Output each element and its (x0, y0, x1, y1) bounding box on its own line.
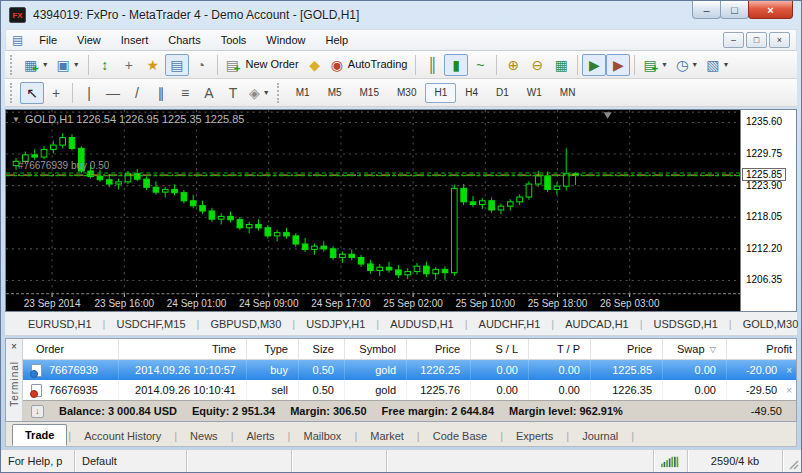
terminal-button[interactable]: ▤ (165, 54, 189, 76)
vertical-line-button[interactable]: | (77, 82, 101, 104)
timeframe-m30-button[interactable]: M30 (388, 83, 425, 103)
chart-tab-eurusd-h1[interactable]: EURUSD,H1 (19, 316, 101, 332)
menu-file[interactable]: File (29, 31, 67, 49)
timeframe-h1-button[interactable]: H1 (425, 83, 456, 103)
chart-menu-triangle-icon[interactable]: ▼ (12, 115, 20, 124)
col-swap[interactable]: Swap▽ (663, 339, 727, 359)
terminal-tab-journal[interactable]: Journal (570, 426, 630, 446)
terminal-tab-account-history[interactable]: Account History (72, 426, 173, 446)
terminal-tab-news[interactable]: News (178, 426, 230, 446)
new-chart-button[interactable]: ▦+▼ (20, 54, 53, 76)
mdi-close-button[interactable]: × (769, 32, 790, 48)
timeframe-m5-button[interactable]: M5 (319, 83, 351, 103)
fibonacci-button[interactable]: ≡ (173, 82, 197, 104)
horizontal-line-button[interactable]: — (101, 82, 125, 104)
col-profit[interactable]: Profit (727, 339, 796, 359)
trendline-button[interactable]: / (125, 82, 149, 104)
col-sl[interactable]: S / L (471, 339, 529, 359)
margin-level-value: Margin level: 962.91% (509, 405, 623, 417)
terminal-tab-alerts[interactable]: Alerts (234, 426, 286, 446)
chart-tab-usdjpy-h1[interactable]: USDJPY,H1 (297, 316, 374, 332)
col-price-current[interactable]: Price (591, 339, 663, 359)
timeframe-d1-button[interactable]: D1 (487, 83, 518, 103)
templates-button[interactable]: ▧▼ (702, 54, 733, 76)
col-order[interactable]: Order (23, 339, 119, 359)
zoom-out-button[interactable]: ⊖ (525, 54, 549, 76)
price-tick-label: 1206.35 (746, 274, 782, 285)
menu-insert[interactable]: Insert (111, 31, 159, 49)
toolbar-grip[interactable] (10, 55, 15, 75)
chart-tab-audusd-h1[interactable]: AUDUSD,H1 (381, 316, 463, 332)
mdi-restore-button[interactable]: □ (746, 32, 767, 48)
timeframe-m1-button[interactable]: M1 (287, 83, 319, 103)
new-order-button[interactable]: ▤+New Order (222, 54, 303, 76)
close-position-button[interactable]: × (786, 385, 792, 396)
timeframe-w1-button[interactable]: W1 (518, 83, 551, 103)
timeframe-h4-button[interactable]: H4 (456, 83, 487, 103)
minimize-button[interactable]: – (692, 1, 721, 19)
periods-button[interactable]: ◷▼ (672, 54, 702, 76)
chart-tab-gbpusd-m30[interactable]: GBPUSD,M30 (201, 316, 290, 332)
status-profile[interactable]: Default (75, 450, 187, 472)
col-size[interactable]: Size (299, 339, 345, 359)
col-symbol[interactable]: Symbol (345, 339, 407, 359)
terminal-tab-trade[interactable]: Trade (12, 424, 67, 446)
tile-windows-button[interactable]: ▦ (549, 54, 573, 76)
arrows-button[interactable]: ◈▼ (245, 82, 274, 104)
timeframe-m15-button[interactable]: M15 (351, 83, 388, 103)
mdi-minimize-button[interactable]: ‒ (723, 32, 744, 48)
candlestick-chart-button[interactable]: ▮ (444, 54, 468, 76)
metaeditor-button[interactable]: ◆ (303, 54, 327, 76)
channel-button[interactable]: ∥ (149, 82, 173, 104)
menu-view[interactable]: View (67, 31, 111, 49)
auto-scroll-button[interactable]: ▶ (582, 54, 606, 76)
strategy-tester-button[interactable]: ◔ (189, 54, 213, 76)
chart-plot[interactable]: 23 Sep 201423 Sep 16:0024 Sep 01:0024 Se… (6, 110, 740, 311)
order-row[interactable]: 76676939 2014.09.26 10:10:57 buy 0.50 go… (23, 360, 796, 380)
text-button[interactable]: A (197, 82, 221, 104)
close-button[interactable]: × (748, 1, 793, 19)
toolbar-grip[interactable] (10, 83, 15, 103)
data-window-button[interactable]: + (117, 54, 141, 76)
menu-help[interactable]: Help (315, 31, 358, 49)
chart-tab-audchf-h1[interactable]: AUDCHF,H1 (470, 316, 550, 332)
zoom-in-button[interactable]: ⊕ (501, 54, 525, 76)
toolbar-separator (415, 55, 416, 75)
col-time[interactable]: Time (119, 339, 247, 359)
chart-tab-audcad-h1[interactable]: AUDCAD,H1 (556, 316, 638, 332)
chart-tab-usdchf-m15[interactable]: USDCHF,M15 (107, 316, 194, 332)
menu-tools[interactable]: Tools (211, 31, 257, 49)
orders-table-header[interactable]: Order Time Type Size Symbol Price S / L … (23, 339, 796, 360)
navigator-button[interactable]: ★ (141, 54, 165, 76)
chart-tab-usdsgd-h1[interactable]: USDSGD,H1 (645, 316, 727, 332)
chart-shift-button[interactable]: ▶ (606, 54, 630, 76)
order-row[interactable]: 76676935 2014.09.26 10:10:41 sell 0.50 g… (23, 380, 796, 400)
terminal-tab-mailbox[interactable]: Mailbox (291, 426, 353, 446)
terminal-tab-code-base[interactable]: Code Base (421, 426, 499, 446)
resize-grip[interactable] (783, 450, 801, 472)
terminal-tab-market[interactable]: Market (358, 426, 416, 446)
toolbar-grip[interactable] (277, 83, 282, 103)
text-label-button[interactable]: T (221, 82, 245, 104)
terminal-close-button[interactable]: × (11, 341, 17, 353)
price-axis[interactable]: 1235.601229.751223.901218.051212.201206.… (740, 110, 796, 311)
indicators-button[interactable]: ▤+▼ (639, 54, 672, 76)
menu-charts[interactable]: Charts (158, 31, 210, 49)
chart-tab-gold-m30[interactable]: GOLD,M30 (734, 316, 802, 332)
line-chart-button[interactable]: ~ (468, 54, 492, 76)
bar-chart-button[interactable]: ║ (420, 54, 444, 76)
maximize-button[interactable]: □ (720, 1, 749, 19)
col-price-open[interactable]: Price (407, 339, 471, 359)
col-type[interactable]: Type (247, 339, 299, 359)
close-position-button[interactable]: × (786, 365, 792, 376)
timeframe-mn-button[interactable]: MN (551, 83, 585, 103)
terminal-tab-experts[interactable]: Experts (504, 426, 565, 446)
crosshair-button[interactable]: + (44, 82, 68, 104)
menu-window[interactable]: Window (256, 31, 315, 49)
market-watch-button[interactable]: ↕ (93, 54, 117, 76)
col-tp[interactable]: T / P (529, 339, 591, 359)
profiles-button[interactable]: ▣▼ (53, 54, 84, 76)
cursor-button[interactable]: ↖ (20, 82, 44, 104)
autotrading-button[interactable]: ◉AutoTrading (327, 54, 412, 76)
title-bar[interactable]: FX 4394019: FxPro - MetaTrader 4 - Demo … (1, 1, 801, 29)
